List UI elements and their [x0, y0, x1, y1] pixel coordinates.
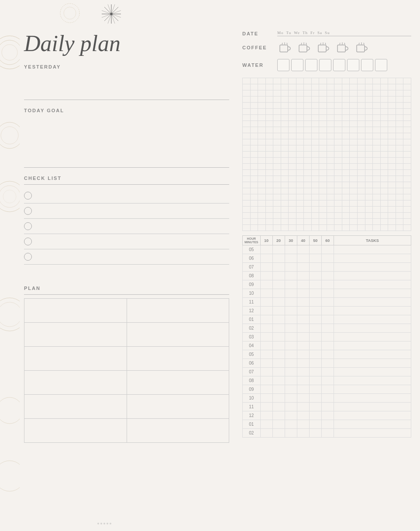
water-box-4[interactable] [319, 59, 331, 71]
schedule-time-cell[interactable] [260, 350, 272, 359]
schedule-time-cell[interactable] [272, 411, 285, 420]
schedule-time-cell[interactable] [260, 333, 272, 341]
schedule-time-cell[interactable] [321, 298, 334, 307]
schedule-time-cell[interactable] [297, 289, 309, 298]
schedule-time-cell[interactable] [321, 420, 334, 429]
schedule-time-cell[interactable] [285, 359, 297, 368]
schedule-time-cell[interactable] [285, 254, 297, 263]
schedule-time-cell[interactable] [272, 315, 285, 324]
schedule-time-cell[interactable] [272, 385, 285, 394]
schedule-time-cell[interactable] [297, 368, 309, 376]
schedule-time-cell[interactable] [260, 324, 272, 333]
schedule-time-cell[interactable] [272, 272, 285, 280]
schedule-time-cell[interactable] [260, 341, 272, 350]
schedule-time-cell[interactable] [272, 394, 285, 403]
schedule-time-cell[interactable] [297, 272, 309, 280]
schedule-time-cell[interactable] [321, 307, 334, 315]
schedule-time-cell[interactable] [285, 307, 297, 315]
schedule-tasks-cell[interactable] [334, 341, 411, 350]
schedule-time-cell[interactable] [297, 403, 309, 411]
schedule-time-cell[interactable] [309, 420, 321, 429]
schedule-time-cell[interactable] [285, 289, 297, 298]
schedule-time-cell[interactable] [272, 341, 285, 350]
schedule-tasks-cell[interactable] [334, 298, 411, 307]
schedule-time-cell[interactable] [321, 411, 334, 420]
water-box-5[interactable] [333, 59, 345, 71]
schedule-time-cell[interactable] [272, 245, 285, 254]
schedule-time-cell[interactable] [272, 376, 285, 385]
schedule-tasks-cell[interactable] [334, 280, 411, 289]
checklist-circle-5[interactable] [24, 253, 32, 261]
water-box-3[interactable] [305, 59, 317, 71]
schedule-time-cell[interactable] [321, 376, 334, 385]
schedule-time-cell[interactable] [260, 429, 272, 438]
schedule-time-cell[interactable] [309, 411, 321, 420]
plan-cell[interactable] [24, 323, 127, 347]
schedule-time-cell[interactable] [297, 263, 309, 272]
schedule-time-cell[interactable] [285, 394, 297, 403]
schedule-time-cell[interactable] [297, 394, 309, 403]
schedule-time-cell[interactable] [272, 280, 285, 289]
schedule-tasks-cell[interactable] [334, 385, 411, 394]
checklist-circle-4[interactable] [24, 238, 32, 245]
schedule-time-cell[interactable] [297, 341, 309, 350]
schedule-time-cell[interactable] [321, 403, 334, 411]
schedule-time-cell[interactable] [260, 315, 272, 324]
schedule-time-cell[interactable] [260, 368, 272, 376]
schedule-time-cell[interactable] [260, 245, 272, 254]
schedule-time-cell[interactable] [260, 263, 272, 272]
schedule-time-cell[interactable] [285, 411, 297, 420]
schedule-time-cell[interactable] [272, 254, 285, 263]
schedule-time-cell[interactable] [272, 429, 285, 438]
coffee-cup-3[interactable] [316, 40, 331, 55]
plan-cell[interactable] [127, 323, 229, 347]
schedule-time-cell[interactable] [309, 315, 321, 324]
schedule-time-cell[interactable] [321, 324, 334, 333]
plan-cell[interactable] [24, 419, 127, 443]
schedule-time-cell[interactable] [309, 289, 321, 298]
schedule-tasks-cell[interactable] [334, 254, 411, 263]
schedule-time-cell[interactable] [297, 315, 309, 324]
schedule-time-cell[interactable] [285, 403, 297, 411]
plan-cell[interactable] [24, 395, 127, 419]
water-box-7[interactable] [361, 59, 373, 71]
schedule-time-cell[interactable] [272, 359, 285, 368]
schedule-time-cell[interactable] [309, 298, 321, 307]
schedule-time-cell[interactable] [321, 280, 334, 289]
plan-cell[interactable] [24, 371, 127, 395]
schedule-time-cell[interactable] [285, 376, 297, 385]
coffee-cup-5[interactable] [354, 40, 370, 55]
plan-cell[interactable] [127, 395, 229, 419]
plan-cell[interactable] [127, 419, 229, 443]
schedule-time-cell[interactable] [285, 429, 297, 438]
schedule-time-cell[interactable] [297, 429, 309, 438]
coffee-cup-2[interactable] [296, 40, 312, 55]
schedule-time-cell[interactable] [272, 298, 285, 307]
schedule-time-cell[interactable] [297, 324, 309, 333]
schedule-time-cell[interactable] [260, 376, 272, 385]
checklist-circle-1[interactable] [24, 192, 32, 200]
schedule-time-cell[interactable] [309, 245, 321, 254]
schedule-tasks-cell[interactable] [334, 420, 411, 429]
schedule-tasks-cell[interactable] [334, 333, 411, 341]
water-box-1[interactable] [277, 59, 289, 71]
schedule-time-cell[interactable] [285, 298, 297, 307]
schedule-time-cell[interactable] [309, 359, 321, 368]
plan-cell[interactable] [127, 299, 229, 323]
schedule-time-cell[interactable] [260, 403, 272, 411]
schedule-time-cell[interactable] [309, 394, 321, 403]
schedule-time-cell[interactable] [272, 263, 285, 272]
schedule-tasks-cell[interactable] [334, 289, 411, 298]
schedule-time-cell[interactable] [260, 307, 272, 315]
schedule-tasks-cell[interactable] [334, 359, 411, 368]
schedule-tasks-cell[interactable] [334, 403, 411, 411]
schedule-time-cell[interactable] [321, 333, 334, 341]
schedule-tasks-cell[interactable] [334, 429, 411, 438]
plan-cell[interactable] [24, 347, 127, 371]
schedule-time-cell[interactable] [309, 324, 321, 333]
schedule-time-cell[interactable] [285, 333, 297, 341]
schedule-time-cell[interactable] [297, 254, 309, 263]
coffee-cup-4[interactable] [335, 40, 351, 55]
schedule-tasks-cell[interactable] [334, 272, 411, 280]
schedule-time-cell[interactable] [309, 350, 321, 359]
